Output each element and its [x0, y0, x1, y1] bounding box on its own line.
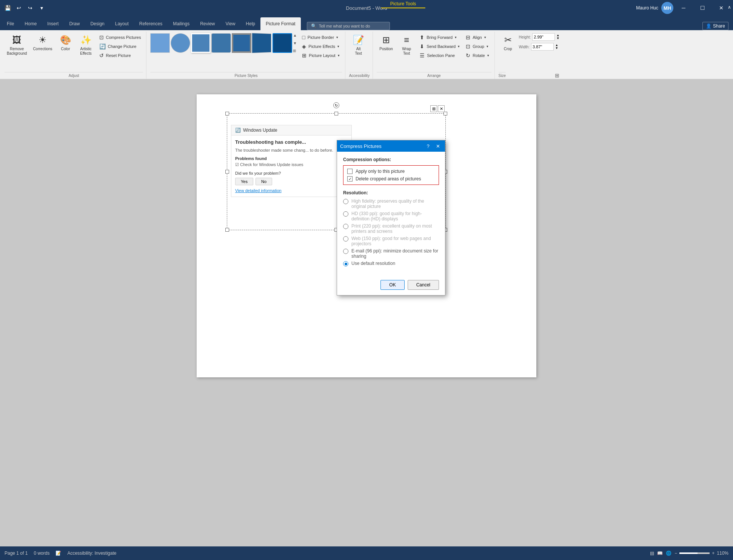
spell-check-icon[interactable]: 📝 — [55, 551, 61, 556]
radio-print[interactable] — [343, 224, 348, 229]
quick-access-toolbar: 💾 ↩ ↪ ▾ — [0, 3, 49, 12]
style-thumb-4[interactable] — [211, 33, 231, 53]
tab-picture-format[interactable]: Picture Format — [260, 17, 301, 30]
height-input[interactable] — [532, 33, 555, 41]
tab-draw[interactable]: Draw — [64, 17, 85, 30]
radio-email[interactable] — [343, 249, 348, 254]
zoom-in-button[interactable]: + — [712, 551, 715, 556]
radio-web[interactable] — [343, 236, 348, 242]
compress-pictures-dialog: Compress Pictures ? ✕ Compression option… — [337, 140, 445, 295]
dialog-help-button[interactable]: ? — [424, 143, 432, 149]
radio-high-fidelity[interactable] — [343, 199, 348, 204]
option1-checkbox[interactable] — [347, 169, 353, 174]
effects-dropdown-icon: ▾ — [337, 45, 339, 48]
tab-help[interactable]: Help — [240, 17, 260, 30]
zoom-slider-fill — [679, 552, 698, 554]
group-button[interactable]: ⊡ Group ▾ — [464, 42, 491, 51]
customize-qa-button[interactable]: ▾ — [37, 3, 46, 12]
zoom-out-button[interactable]: − — [674, 551, 677, 556]
share-button[interactable]: 👤 Share — [702, 22, 728, 30]
width-input[interactable] — [531, 43, 554, 51]
dialog-close-button[interactable]: ✕ — [434, 143, 442, 149]
save-button[interactable]: 💾 — [3, 3, 12, 12]
artistic-effects-button[interactable]: ✨ Artistic Effects — [77, 33, 95, 57]
crop-button[interactable]: ✂ Crop — [499, 33, 517, 53]
tab-design[interactable]: Design — [85, 17, 109, 30]
border-dropdown-icon: ▾ — [336, 35, 338, 39]
radio-hd[interactable] — [343, 211, 348, 217]
tab-mailings[interactable]: Mailings — [168, 17, 195, 30]
style-thumb-5[interactable] — [232, 33, 251, 53]
style-thumb-3[interactable] — [191, 33, 211, 53]
tab-view[interactable]: View — [220, 17, 241, 30]
height-spinner[interactable]: ▲ ▼ — [556, 34, 559, 40]
accessibility-status[interactable]: Accessibility: Investigate — [67, 551, 116, 556]
picture-layout-button[interactable]: ⊞ Picture Layout ▾ — [300, 51, 342, 60]
option2-checkbox[interactable] — [347, 176, 353, 182]
color-button[interactable]: 🎨 Color — [56, 33, 75, 53]
redo-button[interactable]: ↪ — [26, 3, 35, 12]
style-thumb-7[interactable] — [273, 33, 292, 53]
gallery-up-button[interactable]: ▲ — [293, 33, 297, 37]
tab-insert[interactable]: Insert — [42, 17, 64, 30]
ribbon-collapse-button[interactable]: ∧ — [725, 0, 733, 14]
rotate-handle[interactable]: ↻ — [333, 102, 339, 108]
zoom-slider[interactable] — [679, 552, 710, 554]
cancel-button[interactable]: Cancel — [408, 280, 439, 290]
word-count: 0 words — [34, 551, 49, 556]
style-thumb-2[interactable] — [171, 33, 190, 53]
width-spinner[interactable]: ▲ ▼ — [555, 44, 558, 50]
style-thumb-1[interactable] — [150, 33, 170, 53]
option2-label: Delete cropped areas of pictures — [356, 176, 421, 182]
picture-border-button[interactable]: □ Picture Border ▾ — [300, 33, 342, 42]
send-backward-button[interactable]: ⬇ Send Backward ▾ — [417, 42, 462, 51]
alt-text-button[interactable]: 📝 Alt Text — [349, 33, 368, 57]
ok-button[interactable]: OK — [380, 280, 404, 290]
restore-button[interactable]: ☐ — [694, 0, 711, 16]
selection-pane-button[interactable]: ☰ Selection Pane — [417, 51, 462, 60]
tab-home[interactable]: Home — [19, 17, 42, 30]
group-icon: ⊡ — [466, 43, 470, 49]
align-button[interactable]: ⊟ Align ▾ — [464, 33, 491, 42]
status-right: ▤ 📖 🌐 − + 110% — [650, 551, 728, 556]
tell-me-input[interactable]: 🔍 Tell me what you want to do — [307, 22, 390, 30]
gallery-more-button[interactable]: ⊞ — [293, 49, 297, 53]
compression-section-label: Compression options: — [343, 157, 439, 162]
view-web-icon[interactable]: 🌐 — [666, 551, 671, 556]
ribbon-group-adjust: 🖼 Remove Background ☀ Corrections 🎨 Colo… — [2, 32, 146, 79]
remove-background-button[interactable]: 🖼 Remove Background — [5, 33, 29, 57]
search-icon: 🔍 — [311, 23, 317, 29]
tab-references[interactable]: References — [134, 17, 168, 30]
bring-forward-icon: ⬆ — [420, 34, 424, 40]
bring-forward-button[interactable]: ⬆ Bring Forward ▾ — [417, 33, 462, 42]
width-down-icon[interactable]: ▼ — [555, 47, 558, 50]
image-close-button[interactable]: ✕ — [438, 105, 445, 112]
style-thumb-6[interactable] — [252, 33, 272, 53]
change-picture-button[interactable]: 🔄 Change Picture — [97, 42, 143, 51]
view-read-icon[interactable]: 📖 — [657, 551, 663, 556]
position-button[interactable]: ⊞ Position — [377, 33, 396, 53]
radio-default[interactable] — [343, 261, 348, 266]
tab-file[interactable]: File — [2, 17, 19, 30]
minimize-button[interactable]: ─ — [675, 0, 692, 16]
undo-button[interactable]: ↩ — [14, 3, 23, 12]
dialog-title: Compress Pictures — [340, 143, 382, 149]
gallery-down-button[interactable]: ▼ — [293, 41, 297, 45]
tab-layout[interactable]: Layout — [110, 17, 134, 30]
picture-styles-group-label: Picture Styles — [150, 72, 342, 79]
rotate-button[interactable]: ↻ Rotate ▾ — [464, 51, 491, 60]
tab-review[interactable]: Review — [195, 17, 220, 30]
reset-picture-button[interactable]: ↺ Reset Picture — [97, 51, 143, 60]
height-down-icon[interactable]: ▼ — [556, 37, 559, 40]
picture-effects-button[interactable]: ◈ Picture Effects ▾ — [300, 42, 342, 51]
avatar[interactable]: MH — [661, 2, 673, 14]
view-normal-icon[interactable]: ▤ — [650, 551, 654, 556]
selected-image[interactable]: ↻ ✕ ⊞ 🔄 Windows Update Troubleshooting h… — [227, 113, 446, 230]
size-dialog-launcher[interactable]: ⊞ — [555, 72, 559, 78]
wrap-text-button[interactable]: ≡ Wrap Text — [397, 33, 416, 57]
compress-pictures-button[interactable]: ⊡ Compress Pictures — [97, 33, 143, 42]
gallery-arrows: ▲ ▼ ⊞ — [293, 33, 297, 53]
send-backward-dropdown: ▾ — [458, 45, 460, 48]
layout-options-button[interactable]: ⊞ — [430, 105, 437, 112]
corrections-button[interactable]: ☀ Corrections — [31, 33, 54, 53]
